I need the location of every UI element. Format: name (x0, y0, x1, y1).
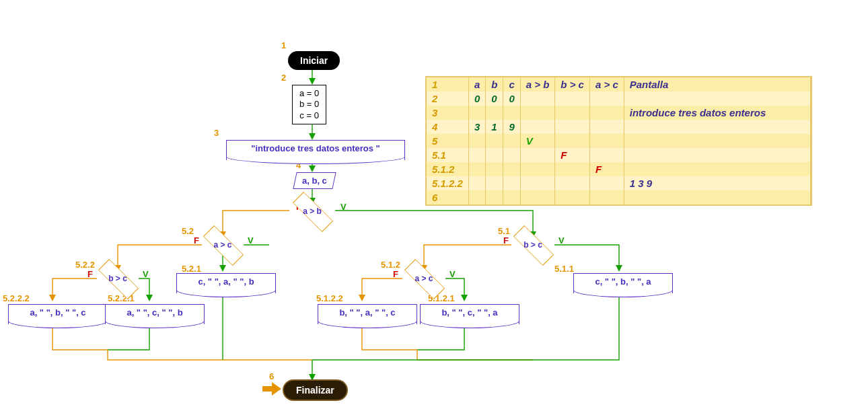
trace-table-grid: 1 a b c a > b b > c a > c Pantalla 2 0 0… (427, 77, 811, 204)
end-arrow-icon (262, 382, 281, 396)
trace-h-b: b (486, 77, 503, 91)
decision-522: b > c (98, 266, 138, 291)
step-512-label: 5.1.2 (381, 260, 400, 270)
step-6-label: 6 (269, 371, 274, 381)
output-5122: b, " ", a, " ", c (318, 304, 417, 324)
output-5222-text: a, " ", b, " ", c (30, 307, 85, 318)
step-522-label: 5.2.2 (75, 260, 95, 270)
trace-r3-screen: introduce tres datos enteros (624, 106, 810, 120)
decision-52: a > c (203, 233, 243, 257)
d51-false-label: F (503, 235, 509, 246)
d52-false-label: F (194, 235, 199, 246)
trace-h-a: a (468, 77, 485, 91)
step-51-label: 5.1 (498, 226, 510, 236)
decision-5-text: a > b (292, 207, 332, 216)
output-5222: a, " ", b, " ", c (8, 304, 108, 324)
trace-r4-b: 1 (486, 120, 503, 134)
trace-r512-step: 5.1.2 (427, 162, 468, 176)
d5-true-label: V (340, 202, 347, 212)
output-521-text: c, " ", a, " ", b (198, 276, 254, 287)
trace-h-screen: Pantalla (624, 77, 810, 91)
d52-true-label: V (248, 235, 254, 246)
trace-h-c: c (503, 77, 520, 91)
step-3-label: 3 (214, 128, 219, 138)
d522-true-label: V (143, 269, 149, 279)
trace-r512-ac: F (589, 162, 624, 176)
svg-marker-1 (309, 78, 316, 85)
trace-r5-step: 5 (427, 134, 468, 148)
svg-marker-15 (616, 265, 622, 272)
decision-51: b > c (513, 233, 553, 257)
output-5121: b, " ", c, " ", a (420, 304, 519, 324)
trace-r4-step: 4 (427, 120, 468, 134)
output-511-text: c, " ", b, " ", a (595, 276, 651, 287)
output-521: c, " ", a, " ", b (176, 273, 276, 293)
flowchart-canvas: 1 2 3 4 5 5.2 5.1 5.2.2 5.2.1 5.1.2 5.1.… (0, 0, 868, 409)
trace-h-step: 1 (427, 77, 468, 91)
trace-h-ac: a > c (589, 77, 624, 91)
output-5221-text: a, " ", c, " ", b (126, 307, 182, 318)
start-terminator: Iniciar (288, 51, 340, 70)
trace-h-ab: a > b (520, 77, 555, 91)
step-1-label: 1 (281, 40, 286, 50)
svg-marker-17 (461, 295, 468, 301)
svg-marker-13 (146, 295, 153, 301)
d512-true-label: V (449, 269, 456, 279)
trace-r2-a: 0 (468, 91, 485, 106)
svg-marker-11 (219, 265, 226, 272)
trace-r5122-step: 5.1.2.2 (427, 176, 468, 190)
step-52-label: 5.2 (182, 226, 194, 236)
trace-r2-step: 2 (427, 91, 468, 106)
decision-51-text: b > c (513, 240, 553, 250)
trace-r51-step: 5.1 (427, 148, 468, 162)
trace-r4-c: 9 (503, 120, 520, 134)
trace-r2-c: 0 (503, 91, 520, 106)
trace-r5122-screen: 1 3 9 (624, 176, 810, 190)
trace-r6-step: 6 (427, 190, 468, 204)
prompt-output: "introduce tres datos enteros " (226, 140, 405, 160)
svg-marker-12 (49, 295, 56, 301)
d522-false-label: F (87, 269, 93, 279)
decision-52-text: a > c (203, 240, 243, 250)
step-511-label: 5.1.1 (554, 264, 574, 274)
d512-false-label: F (393, 269, 398, 279)
decision-5: a > b (292, 199, 332, 223)
output-5221: a, " ", c, " ", b (105, 304, 205, 324)
decision-512: a > c (404, 266, 444, 291)
trace-r2-b: 0 (486, 91, 503, 106)
svg-marker-16 (359, 295, 365, 301)
trace-h-bc: b > c (555, 77, 590, 91)
init-process: a = 0 b = 0 c = 0 (292, 85, 326, 124)
svg-marker-20 (262, 382, 281, 396)
read-input-text: a, b, c (302, 176, 327, 186)
svg-marker-5 (309, 165, 316, 172)
output-5122-text: b, " ", a, " ", c (339, 307, 395, 318)
read-input: a, b, c (293, 172, 336, 189)
step-2-label: 2 (281, 73, 286, 83)
decision-522-text: b > c (98, 274, 138, 283)
trace-r3-step: 3 (427, 106, 468, 120)
trace-r51-bc: F (555, 148, 590, 162)
trace-r4-a: 3 (468, 120, 485, 134)
svg-marker-3 (309, 133, 316, 140)
decision-512-text: a > c (404, 274, 444, 283)
trace-r5-ab: V (520, 134, 555, 148)
trace-header-row: 1 a b c a > b b > c a > c Pantalla (427, 77, 810, 91)
output-5121-text: b, " ", c, " ", a (441, 307, 497, 318)
d51-true-label: V (558, 235, 565, 246)
step-5122-label: 5.1.2.2 (316, 293, 343, 303)
step-5222-label: 5.2.2.2 (3, 293, 30, 303)
output-511: c, " ", b, " ", a (573, 273, 673, 293)
prompt-output-text: "introduce tres datos enteros " (251, 143, 379, 153)
trace-table: 1 a b c a > b b > c a > c Pantalla 2 0 0… (425, 76, 812, 206)
step-521-label: 5.2.1 (182, 264, 201, 274)
end-terminator: Finalizar (283, 379, 348, 401)
